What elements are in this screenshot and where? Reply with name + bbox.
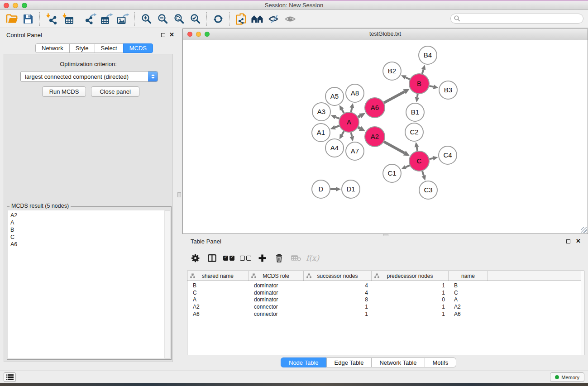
graph-edge[interactable] [384, 142, 410, 156]
graph-edge[interactable] [330, 125, 339, 129]
resize-grip-icon[interactable] [581, 227, 587, 233]
table-cell[interactable]: A2 [187, 304, 249, 311]
table-cell[interactable]: A [449, 296, 488, 304]
function-builder-button[interactable]: f(x) [304, 251, 321, 265]
table-cell[interactable]: 1 [372, 282, 449, 290]
table-row[interactable]: Cdominator41C [187, 290, 584, 297]
table-cell[interactable]: dominator [249, 282, 304, 290]
zoom-in-button[interactable] [138, 11, 154, 27]
table-cell[interactable]: B [449, 282, 488, 290]
column-selector-button[interactable] [204, 251, 220, 265]
tab-network-table[interactable]: Network Table [371, 357, 425, 367]
home-button[interactable] [249, 11, 266, 27]
open-network-file-button[interactable] [233, 11, 249, 27]
show-all-columns-button[interactable] [220, 251, 237, 265]
tab-style[interactable]: Style [69, 43, 95, 53]
graph-node[interactable]: A8 [346, 84, 364, 102]
table-cell[interactable]: 1 [304, 304, 372, 311]
export-table-button[interactable] [99, 11, 115, 27]
graph-node[interactable]: C3 [419, 181, 437, 199]
graph-node[interactable]: B [409, 74, 429, 94]
table-cell[interactable]: C [449, 290, 488, 297]
graph-edge[interactable] [331, 115, 339, 119]
graph-edge[interactable] [421, 65, 426, 74]
graph-edge[interactable] [415, 142, 419, 151]
graph-edge[interactable] [350, 133, 354, 142]
graph-node[interactable]: D [312, 180, 330, 198]
control-panel-close-button[interactable]: ✕ [169, 32, 174, 38]
result-list-item[interactable]: B [8, 226, 164, 234]
table-cell[interactable]: 8 [304, 296, 372, 304]
graph-edge[interactable] [415, 94, 420, 102]
search-input[interactable] [461, 14, 583, 23]
table-row[interactable]: Adominator80A [187, 296, 584, 304]
network-window-titlebar[interactable]: testGlobe.txt [183, 29, 588, 40]
tab-motifs[interactable]: Motifs [425, 357, 457, 367]
table-cell[interactable]: dominator [249, 290, 304, 297]
graph-node[interactable]: A4 [325, 139, 344, 157]
network-canvas[interactable]: B4B2BB3A5A8A6A3B1AA1C2A2A4A7C4CC1C3DD1 [183, 40, 588, 234]
graph-edge[interactable] [384, 89, 410, 103]
table-cell[interactable]: A6 [449, 311, 488, 318]
table-cell[interactable]: 1 [304, 311, 372, 318]
table-row[interactable]: Bdominator41B [187, 282, 584, 290]
table-cell[interactable]: 0 [372, 296, 449, 304]
column-header-MCDS-role[interactable]: MCDS role [249, 271, 304, 281]
table-row[interactable]: A2connector11A2 [187, 304, 584, 311]
table-settings-button[interactable] [187, 251, 204, 265]
table-cell[interactable]: dominator [249, 296, 304, 304]
column-header-shared-name[interactable]: shared name [187, 271, 249, 281]
add-row-button[interactable] [254, 251, 271, 265]
table-cell[interactable]: connector [249, 304, 304, 311]
graph-node[interactable]: A6 [365, 98, 385, 118]
search-field[interactable] [450, 14, 583, 24]
column-header-predecessor-nodes[interactable]: predecessor nodes [372, 271, 449, 281]
mcds-result-list[interactable]: A2ABCA6 [8, 210, 164, 358]
column-header-name[interactable]: name [449, 271, 488, 281]
table-cell[interactable]: 4 [304, 290, 372, 297]
graph-node[interactable]: A5 [325, 87, 344, 105]
result-list-item[interactable]: A [8, 219, 164, 226]
graph-node[interactable]: A7 [346, 142, 364, 160]
graph-node[interactable]: A1 [312, 124, 330, 142]
table-cell[interactable]: A2 [449, 304, 488, 311]
result-list-item[interactable]: A6 [8, 241, 164, 248]
graph-edge[interactable] [421, 171, 426, 181]
table-cell[interactable]: 1 [372, 290, 449, 297]
result-list-item[interactable]: C [8, 234, 164, 241]
result-list-item[interactable]: A2 [8, 212, 164, 219]
delete-table-button[interactable] [287, 251, 304, 265]
table-cell[interactable]: A6 [187, 311, 249, 318]
control-panel-float-button[interactable] [161, 33, 165, 37]
import-network-button[interactable] [43, 11, 59, 27]
splitter-handle[interactable] [177, 192, 181, 197]
tab-network[interactable]: Network [35, 43, 70, 53]
export-network-button[interactable] [82, 11, 99, 27]
table-cell[interactable]: B [187, 282, 249, 290]
import-table-button[interactable] [59, 11, 76, 27]
table-cell[interactable]: A [187, 296, 249, 304]
graph-edge[interactable] [339, 105, 344, 113]
graph-edge[interactable] [358, 113, 365, 119]
delete-row-button[interactable] [271, 251, 287, 265]
save-session-button[interactable] [20, 11, 36, 27]
birdseye-view-button[interactable] [282, 11, 298, 27]
graph-node[interactable]: A2 [365, 127, 385, 147]
open-file-button[interactable] [4, 11, 20, 27]
graph-node[interactable]: A [339, 112, 359, 132]
table-cell[interactable]: C [187, 290, 249, 297]
column-header-successor-nodes[interactable]: successor nodes [304, 271, 372, 281]
zoom-out-button[interactable] [154, 11, 171, 27]
table-cell[interactable]: 1 [372, 304, 449, 311]
zoom-selected-button[interactable] [187, 11, 203, 27]
tab-select[interactable]: Select [95, 43, 124, 53]
table-panel-float-button[interactable] [566, 239, 570, 243]
graph-node[interactable]: C2 [405, 123, 423, 141]
graph-edge[interactable] [401, 165, 410, 169]
graph-edge[interactable] [358, 126, 365, 132]
panel-splitter-vertical[interactable] [177, 29, 182, 371]
run-mcds-button[interactable]: Run MCDS [42, 86, 86, 97]
task-history-button[interactable] [4, 372, 16, 382]
graph-node[interactable]: B2 [383, 62, 401, 80]
table-cell[interactable]: 1 [372, 311, 449, 318]
